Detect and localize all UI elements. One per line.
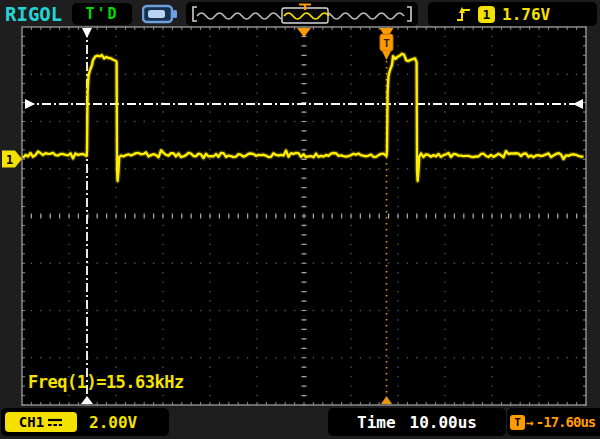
channel1-reference-marker[interactable]: 1 — [2, 151, 22, 168]
rising-edge-icon — [456, 5, 471, 23]
svg-text:1: 1 — [6, 153, 13, 167]
freq-readout: Freq(1)=15.63kHz — [28, 372, 184, 392]
channel1-badge-label: CH1 — [19, 414, 44, 430]
memory-waveform-bar[interactable] — [186, 2, 418, 26]
channel1-badge: CH1 — [5, 412, 77, 432]
memory-window[interactable] — [282, 8, 329, 23]
svg-text:T: T — [383, 37, 390, 50]
trigger-info-box[interactable]: 1 1.76V — [428, 2, 597, 26]
dc-coupling-icon — [47, 417, 63, 428]
timebase-label: Time — [357, 413, 396, 432]
trigger-offset-icon: T — [510, 415, 525, 430]
trigger-status-text: T'D — [85, 5, 118, 23]
channel1-settings-box[interactable]: CH1 2.00V — [1, 408, 169, 436]
timebase-value: 10.00us — [410, 413, 477, 432]
trigger-source-badge: 1 — [478, 6, 495, 23]
trigger-offset-box[interactable]: T → -17.60us — [507, 408, 600, 436]
trigger-status-badge: T'D — [72, 3, 132, 25]
timebase-box[interactable]: Time 10.00us — [328, 408, 506, 436]
memory-bar-graphic — [186, 2, 418, 26]
battery-icon — [142, 4, 178, 28]
arrow-right-icon: → — [526, 415, 534, 430]
rigol-logo: RIGOL — [5, 3, 62, 25]
trigger-level-value: 1.76V — [502, 5, 550, 24]
oscilloscope-screen: RIGOL T'D 1 1.76V T1 Freq(1)=15.63kHz CH… — [0, 0, 600, 439]
channel1-scale: 2.00V — [89, 413, 137, 432]
trigger-offset-value: -17.60us — [536, 414, 595, 430]
